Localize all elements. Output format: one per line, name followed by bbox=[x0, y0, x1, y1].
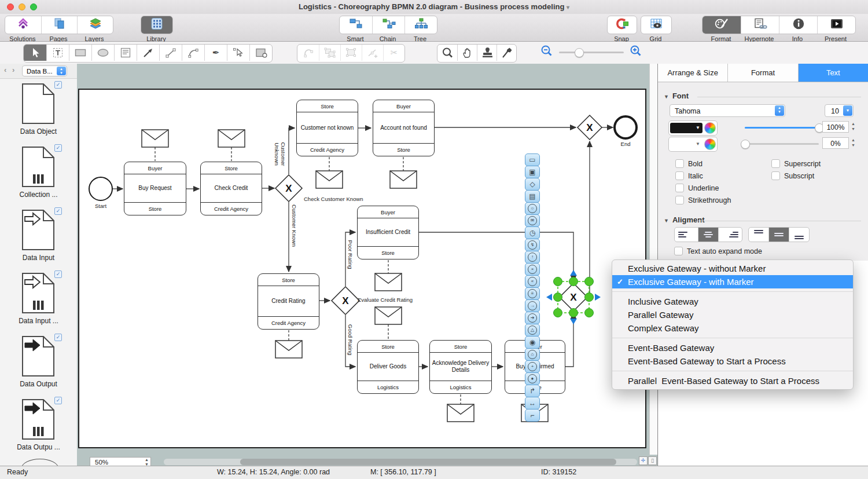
error-event-button[interactable]: ↯ bbox=[525, 239, 540, 251]
label-check-customer-known[interactable]: Check Customer Known bbox=[304, 196, 379, 202]
selection-handle[interactable] bbox=[554, 309, 562, 317]
library-button[interactable] bbox=[141, 16, 172, 34]
hand-tool-icon[interactable] bbox=[457, 45, 477, 61]
terminate-event-button[interactable]: ◉ bbox=[525, 336, 540, 349]
selection-handle[interactable] bbox=[585, 293, 594, 302]
ungroup-tool-icon[interactable] bbox=[340, 45, 362, 61]
horizontal-scrollbar-thumb[interactable] bbox=[240, 459, 616, 465]
library-select[interactable]: Data B... ▲▼ bbox=[22, 65, 67, 76]
background-color-slider-knob[interactable] bbox=[741, 140, 750, 149]
choreography-task-customer-not-known[interactable]: StoreCustomer not knownCredit Agency bbox=[296, 100, 358, 156]
choreography-task-buy-request[interactable]: BuyerBuy RequestStore bbox=[124, 162, 186, 215]
sequence-flow[interactable] bbox=[419, 232, 573, 281]
stencil-item[interactable]: ✓Data Outpu ... bbox=[0, 397, 77, 460]
end-event[interactable] bbox=[615, 116, 637, 138]
stencil-checkbox-icon[interactable]: ✓ bbox=[54, 334, 62, 341]
font-size-select[interactable]: 10▼ bbox=[825, 104, 854, 117]
text-tool-icon[interactable] bbox=[46, 45, 69, 61]
info-button[interactable] bbox=[779, 16, 817, 34]
connector-tool-icon[interactable] bbox=[137, 45, 159, 61]
magnifier-tool-icon[interactable] bbox=[437, 45, 457, 61]
compensation-event-button[interactable]: « bbox=[525, 275, 540, 288]
menu-item-event-based-gateway-to-start-a-process[interactable]: Event-Based Gateway to Start a Process bbox=[612, 354, 853, 368]
select-tool-icon[interactable] bbox=[24, 45, 46, 61]
message-envelope[interactable] bbox=[142, 130, 168, 147]
direction-arrow-icon[interactable] bbox=[570, 270, 577, 276]
tab-text[interactable]: Text bbox=[799, 64, 868, 82]
present-button[interactable] bbox=[817, 16, 855, 34]
choreography-task-insufficient-credit[interactable]: BuyerInsufficient CreditStore bbox=[357, 206, 419, 259]
zoom-out-icon[interactable] bbox=[539, 44, 554, 60]
title-chevron-icon[interactable]: ▾ bbox=[567, 4, 569, 10]
stamp-tool-icon[interactable] bbox=[477, 45, 496, 61]
zoom-in-icon[interactable] bbox=[628, 44, 643, 60]
end-event-button[interactable]: ● bbox=[525, 372, 540, 385]
horizontal-align-a-button[interactable] bbox=[675, 228, 698, 242]
smart-connector-button[interactable]: ⌐ bbox=[525, 409, 540, 422]
ellipse-tool-icon[interactable] bbox=[91, 45, 114, 61]
checkbox-subscript[interactable]: Subscript bbox=[771, 171, 814, 180]
solutions-button[interactable] bbox=[5, 16, 41, 34]
pages-button[interactable] bbox=[41, 16, 77, 34]
library-select-stepper-icon[interactable]: ▲▼ bbox=[57, 67, 66, 76]
smart-button[interactable] bbox=[340, 16, 372, 34]
menu-item-parallel-gateway[interactable]: Parallel Gateway bbox=[612, 308, 853, 321]
selection-handle[interactable] bbox=[554, 277, 562, 286]
message-envelope[interactable] bbox=[275, 341, 302, 358]
text-color-color-well[interactable]: ▼ bbox=[670, 123, 703, 133]
line-tool-icon[interactable] bbox=[159, 45, 182, 61]
menu-item-exclusive-gateway-without-marker[interactable]: Exclusive Gateway - without Marker bbox=[612, 262, 853, 275]
background-color-color-well[interactable]: ▼ bbox=[670, 139, 703, 149]
zoom-slider[interactable] bbox=[559, 52, 624, 53]
subprocess-shape-button[interactable]: ▣ bbox=[525, 166, 540, 178]
shape-edit-tool-icon[interactable] bbox=[249, 45, 272, 61]
snap-button[interactable] bbox=[608, 16, 637, 34]
text-color-slider[interactable] bbox=[745, 127, 819, 129]
color-wheel-icon[interactable] bbox=[704, 138, 716, 150]
message-envelope[interactable] bbox=[218, 130, 245, 147]
stencil-item[interactable]: ✓Data Input bbox=[0, 207, 77, 270]
escalation-event-button[interactable]: ↑ bbox=[525, 251, 540, 264]
menu-item-inclusive-gateway[interactable]: Inclusive Gateway bbox=[612, 295, 853, 308]
intermediate-event-button[interactable]: ○ bbox=[525, 202, 540, 215]
background-color-slider[interactable] bbox=[745, 143, 819, 145]
label-good-rating[interactable]: Good Rating bbox=[347, 311, 354, 369]
disclosure-triangle-icon[interactable]: ▼ bbox=[664, 218, 669, 224]
stencil-item[interactable]: ✓Collection ... bbox=[0, 144, 77, 207]
menu-item-event-based-gateway[interactable]: Event-Based Gateway bbox=[612, 341, 853, 354]
direction-arrow-icon[interactable] bbox=[570, 319, 577, 324]
complex-event-button[interactable]: + bbox=[525, 360, 540, 373]
timer-event-button[interactable]: ◷ bbox=[525, 226, 540, 239]
page-fit-icon[interactable]: ▯ bbox=[648, 456, 657, 465]
tree-button[interactable] bbox=[404, 16, 437, 34]
choreography-task-check-credit[interactable]: StoreCheck CreditCredit Agency bbox=[200, 162, 262, 215]
multiple-event-button[interactable]: ≡ bbox=[525, 287, 540, 300]
choreography-task-credit-rating[interactable]: StoreCredit RatingCredit Agency bbox=[258, 273, 319, 330]
checkbox-bold[interactable]: Bold bbox=[675, 159, 703, 168]
edit-nodes-tool-icon[interactable] bbox=[227, 45, 249, 61]
stencil-item[interactable]: ✓Data Output bbox=[0, 334, 77, 397]
stencil-checkbox-icon[interactable]: ✓ bbox=[54, 270, 62, 278]
arc-tool-icon[interactable] bbox=[182, 45, 204, 61]
checkbox-underline[interactable]: Underline bbox=[675, 184, 719, 192]
zoom-slider-knob[interactable] bbox=[575, 48, 584, 57]
signal-event-button[interactable]: △ bbox=[525, 324, 540, 337]
vertical-align-c-button[interactable] bbox=[789, 228, 809, 242]
conditional-event-button[interactable]: ⌂ bbox=[525, 348, 540, 361]
canvas-area[interactable]: StartEndXXXXBuyerBuy RequestStoreStoreCh… bbox=[77, 64, 657, 466]
textblock-tool-icon[interactable] bbox=[114, 45, 137, 61]
choreography-task-account-not-found[interactable]: BuyerAccount not foundStore bbox=[373, 100, 435, 156]
stencil-item[interactable]: ✓Data Input ... bbox=[0, 270, 77, 334]
menu-item-parallel-event-based-gateway-to-start-a-[interactable]: Parallel Event-Based Gateway to Start a … bbox=[612, 374, 853, 387]
direct-connector-button[interactable]: ↔ bbox=[525, 397, 540, 409]
font-family-stepper-icon[interactable]: ▲▼ bbox=[775, 105, 784, 116]
link-throw-event-button[interactable]: ➔ bbox=[525, 312, 540, 324]
chain-button[interactable] bbox=[372, 16, 404, 34]
stencil-item[interactable]: ✓Data Object bbox=[0, 81, 77, 144]
checkbox-strikethrough[interactable]: Strikethrough bbox=[675, 196, 731, 204]
add-node-tool-icon[interactable] bbox=[362, 45, 383, 61]
layers-button[interactable] bbox=[77, 16, 113, 34]
message-envelope[interactable] bbox=[447, 404, 474, 422]
label-customer-known[interactable]: Customer Known bbox=[291, 197, 297, 255]
message-envelope[interactable] bbox=[375, 307, 402, 324]
